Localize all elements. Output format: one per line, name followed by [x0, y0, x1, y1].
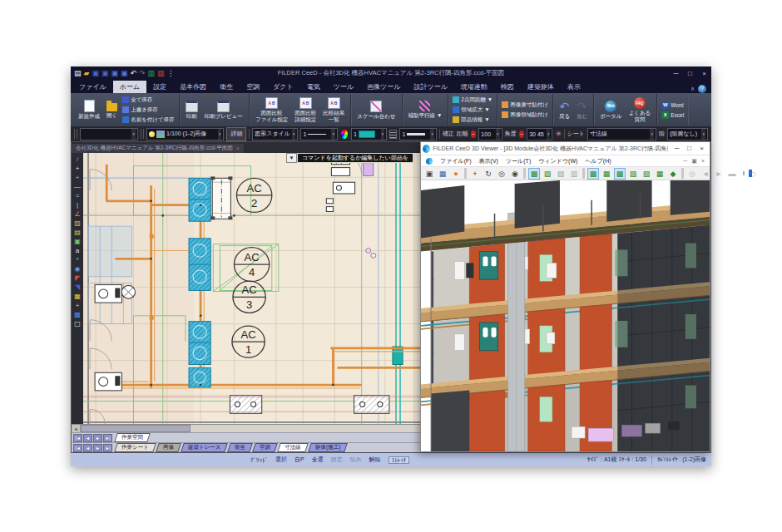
表示[interactable]: 表示 — [561, 81, 587, 93]
part-info-button[interactable]: 部品情報 ▼ — [451, 116, 494, 125]
display-mode-hidden-icon[interactable]: ▧ — [555, 168, 567, 180]
mode-auto-p[interactable]: 自P — [294, 456, 304, 464]
floor-combo[interactable]: (階層なし)▾ — [667, 128, 708, 140]
paste-image-area-button[interactable]: 画像領域貼付け — [500, 111, 550, 120]
open-button[interactable]: 開く — [103, 95, 121, 125]
scroll-left-icon[interactable]: ◄ — [72, 425, 81, 432]
空調[interactable]: 空調 — [240, 81, 266, 93]
help-icon[interactable]: ? — [698, 85, 706, 93]
tile-window-icon[interactable]: ▦ — [437, 168, 448, 180]
viewer-menu-item[interactable]: ファイル(F) — [440, 157, 472, 165]
検図[interactable]: 検図 — [494, 81, 521, 93]
child-close-icon[interactable]: × — [701, 158, 705, 165]
line-color-combo[interactable]: 1▾ — [351, 128, 387, 140]
open-file-icon[interactable]: ▰ — [84, 69, 90, 77]
ribbon-collapse-icon[interactable]: ∧ — [690, 86, 695, 92]
add-icon[interactable]: + — [76, 302, 80, 309]
customize-quick-access-icon[interactable]: ⋮ — [167, 69, 175, 77]
walkthrough-icon[interactable]: ◎ — [686, 168, 698, 180]
shape-style-combo[interactable]: 図形スタイル▾ — [252, 128, 298, 140]
tab-close-icon[interactable]: × — [236, 145, 240, 151]
slider-knob[interactable] — [749, 170, 752, 177]
separator[interactable] — [582, 168, 585, 179]
workspace-nav-button[interactable]: ◄ — [83, 434, 92, 442]
display-mode-solid-icon[interactable]: ▩ — [528, 168, 540, 180]
element-frame-icon[interactable]: ▦ — [654, 168, 666, 180]
sheet-tab-sanitary[interactable]: 衛生 — [227, 443, 253, 452]
line-type-combo[interactable]: 1▾ — [300, 128, 338, 140]
faq-button[interactable]: FAQよくある質問 — [626, 95, 655, 125]
mode-select[interactable]: 選択 — [275, 456, 287, 464]
workspace-nav-button[interactable]: ►| — [103, 434, 112, 442]
viewer-maximize-button[interactable]: □ — [683, 145, 695, 152]
sheet-tab-frame[interactable]: 躯体(施工) — [308, 443, 348, 452]
vertical-line-icon[interactable]: | — [77, 201, 78, 209]
line-width-icon[interactable] — [389, 130, 397, 139]
aux-parallel-button[interactable]: 補助平行線 ▼ — [405, 95, 446, 125]
snap-point-icon[interactable]: + — [76, 165, 80, 172]
detail-button[interactable]: 詳細 — [226, 127, 246, 141]
設定[interactable]: 設定 — [146, 81, 173, 93]
mode-grid[interactable]: ｸﾞﾘｯﾄﾞ — [250, 457, 268, 463]
hatch-tool-icon[interactable]: ▨ — [74, 219, 81, 227]
ダクト[interactable]: ダクト — [266, 81, 300, 93]
minimize-button[interactable]: ─ — [669, 70, 683, 77]
layers-tool-icon[interactable]: ▦ — [74, 293, 81, 300]
word-button[interactable]: WWord — [660, 101, 685, 110]
compare-detail-button[interactable]: AB図面比較詳細指定 — [291, 95, 319, 125]
ホーム[interactable]: ホーム — [113, 81, 146, 93]
draw-line-icon[interactable]: / — [77, 155, 78, 163]
zoom-window-icon[interactable]: ◉ — [509, 168, 521, 180]
workspace-nav-button[interactable]: |◄ — [73, 434, 82, 442]
display-mode-wire-icon[interactable]: ▨ — [542, 168, 553, 180]
double-line-icon[interactable]: = — [76, 192, 80, 200]
zoom-in-icon[interactable]: ◎ — [496, 168, 507, 180]
save-button[interactable]: 上書き保存 — [121, 106, 176, 115]
horizontal-line-icon[interactable]: — — [74, 183, 81, 190]
crosshair-icon[interactable]: + — [76, 174, 80, 181]
画像ツール[interactable]: 画像ツール — [360, 81, 407, 93]
stamp-red-icon[interactable]: ◤ — [75, 274, 80, 282]
image-tool-icon[interactable]: ▤ — [74, 229, 81, 236]
doc-green-icon[interactable]: ▥ — [148, 69, 156, 77]
paste-image-original-button[interactable]: 画像原寸貼付け — [500, 101, 550, 110]
電気[interactable]: 電気 — [300, 81, 327, 93]
pause-icon[interactable]: ▬ — [726, 168, 738, 180]
element-hvac-icon[interactable]: ▩ — [614, 168, 626, 180]
ファイル[interactable]: ファイル — [72, 81, 113, 93]
angle-lock-icon[interactable]: − — [519, 131, 525, 138]
sheet-tab-hvac[interactable]: 空調 — [252, 443, 278, 452]
maximize-button[interactable]: □ — [683, 70, 697, 77]
spray-icon[interactable]: * — [76, 256, 78, 264]
camera-tool-icon[interactable]: ▣ — [74, 238, 81, 245]
viewer-close-button[interactable]: × — [695, 145, 708, 152]
設計ツール[interactable]: 設計ツール — [407, 81, 453, 93]
clip-icon[interactable]: ◆ — [667, 168, 679, 180]
undo-button[interactable]: ↶戻る — [556, 95, 573, 125]
sheet-nav-button[interactable]: |◄ — [73, 444, 82, 452]
stamp-blue-icon[interactable]: ◥ — [75, 283, 80, 291]
grid-tool-icon[interactable]: ▩ — [74, 311, 81, 318]
undo-icon[interactable]: ↶ — [131, 69, 137, 77]
redo-icon[interactable]: ↷ — [139, 69, 146, 77]
viewer-menu-item[interactable]: ツール(T) — [506, 157, 531, 165]
scale-match-button[interactable]: スケール合わせ — [354, 95, 398, 125]
save-as-button[interactable]: 名前を付けて保存 — [121, 116, 176, 125]
element-duct-icon[interactable]: ▨ — [627, 168, 639, 180]
prompt-dropdown-icon[interactable]: ▼ — [286, 153, 297, 163]
scroll-thumb[interactable] — [81, 425, 191, 432]
衛生[interactable]: 衛生 — [213, 81, 240, 93]
material-icon[interactable]: ● — [450, 168, 462, 180]
pan-icon[interactable]: + — [469, 168, 481, 180]
建築躯体[interactable]: 建築躯体 — [521, 81, 561, 93]
play-icon[interactable]: ► — [713, 168, 725, 180]
close-doc-icon[interactable]: ▣ — [111, 69, 118, 77]
layer-combo[interactable]: ▾ — [80, 128, 138, 140]
save-icon[interactable]: ▣ — [92, 69, 99, 77]
compare-file-button[interactable]: AB図面比較ファイル指定 — [252, 95, 292, 125]
separator[interactable] — [523, 168, 526, 179]
toolbar-grip[interactable] — [74, 129, 77, 139]
viewer-menu-item[interactable]: ウィンドウ(W) — [538, 157, 577, 165]
sheet-tab-worksheet[interactable]: 作業シート — [114, 443, 156, 452]
child-restore-icon[interactable]: ▣ — [691, 158, 697, 165]
